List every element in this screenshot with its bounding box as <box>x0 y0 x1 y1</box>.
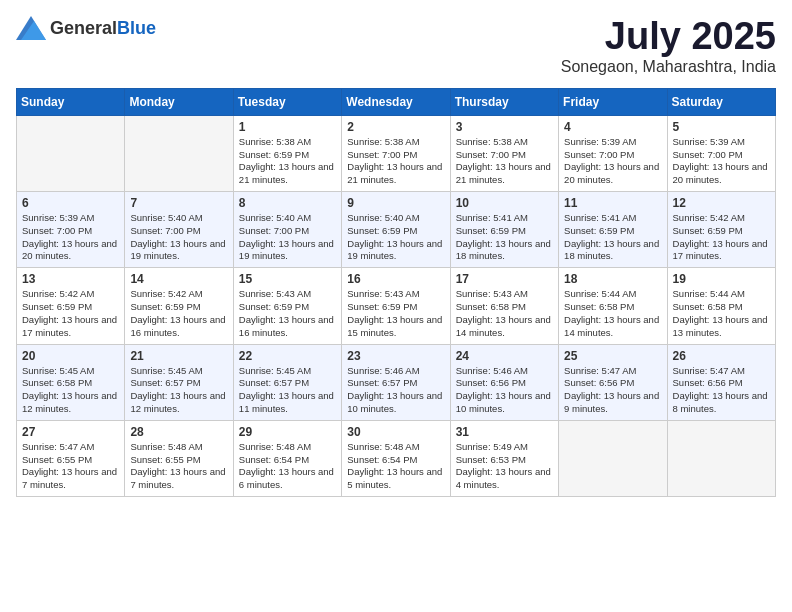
calendar-cell: 11Sunrise: 5:41 AMSunset: 6:59 PMDayligh… <box>559 192 667 268</box>
calendar-cell: 17Sunrise: 5:43 AMSunset: 6:58 PMDayligh… <box>450 268 558 344</box>
page-header: GeneralBlue July 2025 Sonegaon, Maharash… <box>16 16 776 76</box>
month-title: July 2025 <box>561 16 776 58</box>
weekday-header: Wednesday <box>342 88 450 115</box>
calendar-cell: 4Sunrise: 5:39 AMSunset: 7:00 PMDaylight… <box>559 115 667 191</box>
day-number: 13 <box>22 272 119 286</box>
calendar-cell: 12Sunrise: 5:42 AMSunset: 6:59 PMDayligh… <box>667 192 775 268</box>
calendar-cell: 24Sunrise: 5:46 AMSunset: 6:56 PMDayligh… <box>450 344 558 420</box>
calendar-cell: 1Sunrise: 5:38 AMSunset: 6:59 PMDaylight… <box>233 115 341 191</box>
weekday-header: Tuesday <box>233 88 341 115</box>
calendar-cell: 22Sunrise: 5:45 AMSunset: 6:57 PMDayligh… <box>233 344 341 420</box>
calendar-cell: 19Sunrise: 5:44 AMSunset: 6:58 PMDayligh… <box>667 268 775 344</box>
day-number: 27 <box>22 425 119 439</box>
day-number: 21 <box>130 349 227 363</box>
cell-daylight-info: Sunrise: 5:45 AMSunset: 6:57 PMDaylight:… <box>130 365 227 416</box>
cell-daylight-info: Sunrise: 5:40 AMSunset: 7:00 PMDaylight:… <box>130 212 227 263</box>
day-number: 1 <box>239 120 336 134</box>
day-number: 20 <box>22 349 119 363</box>
cell-daylight-info: Sunrise: 5:39 AMSunset: 7:00 PMDaylight:… <box>564 136 661 187</box>
cell-daylight-info: Sunrise: 5:39 AMSunset: 7:00 PMDaylight:… <box>22 212 119 263</box>
day-number: 23 <box>347 349 444 363</box>
day-number: 31 <box>456 425 553 439</box>
day-number: 2 <box>347 120 444 134</box>
cell-daylight-info: Sunrise: 5:43 AMSunset: 6:58 PMDaylight:… <box>456 288 553 339</box>
day-number: 5 <box>673 120 770 134</box>
day-number: 3 <box>456 120 553 134</box>
weekday-header: Friday <box>559 88 667 115</box>
calendar-cell: 15Sunrise: 5:43 AMSunset: 6:59 PMDayligh… <box>233 268 341 344</box>
cell-daylight-info: Sunrise: 5:42 AMSunset: 6:59 PMDaylight:… <box>22 288 119 339</box>
calendar-cell <box>667 420 775 496</box>
day-number: 9 <box>347 196 444 210</box>
day-number: 10 <box>456 196 553 210</box>
day-number: 12 <box>673 196 770 210</box>
calendar-cell <box>17 115 125 191</box>
location-title: Sonegaon, Maharashtra, India <box>561 58 776 76</box>
calendar-cell: 27Sunrise: 5:47 AMSunset: 6:55 PMDayligh… <box>17 420 125 496</box>
day-number: 17 <box>456 272 553 286</box>
calendar-table: SundayMondayTuesdayWednesdayThursdayFrid… <box>16 88 776 497</box>
day-number: 25 <box>564 349 661 363</box>
cell-daylight-info: Sunrise: 5:44 AMSunset: 6:58 PMDaylight:… <box>564 288 661 339</box>
day-number: 4 <box>564 120 661 134</box>
weekday-header: Thursday <box>450 88 558 115</box>
cell-daylight-info: Sunrise: 5:45 AMSunset: 6:58 PMDaylight:… <box>22 365 119 416</box>
day-number: 8 <box>239 196 336 210</box>
cell-daylight-info: Sunrise: 5:39 AMSunset: 7:00 PMDaylight:… <box>673 136 770 187</box>
calendar-cell: 13Sunrise: 5:42 AMSunset: 6:59 PMDayligh… <box>17 268 125 344</box>
day-number: 24 <box>456 349 553 363</box>
title-block: July 2025 Sonegaon, Maharashtra, India <box>561 16 776 76</box>
calendar-cell: 28Sunrise: 5:48 AMSunset: 6:55 PMDayligh… <box>125 420 233 496</box>
weekday-header: Saturday <box>667 88 775 115</box>
logo-blue: Blue <box>117 18 156 38</box>
calendar-header-row: SundayMondayTuesdayWednesdayThursdayFrid… <box>17 88 776 115</box>
day-number: 16 <box>347 272 444 286</box>
cell-daylight-info: Sunrise: 5:46 AMSunset: 6:57 PMDaylight:… <box>347 365 444 416</box>
calendar-cell: 20Sunrise: 5:45 AMSunset: 6:58 PMDayligh… <box>17 344 125 420</box>
cell-daylight-info: Sunrise: 5:45 AMSunset: 6:57 PMDaylight:… <box>239 365 336 416</box>
cell-daylight-info: Sunrise: 5:44 AMSunset: 6:58 PMDaylight:… <box>673 288 770 339</box>
calendar-cell: 8Sunrise: 5:40 AMSunset: 7:00 PMDaylight… <box>233 192 341 268</box>
calendar-cell: 23Sunrise: 5:46 AMSunset: 6:57 PMDayligh… <box>342 344 450 420</box>
calendar-week-row: 6Sunrise: 5:39 AMSunset: 7:00 PMDaylight… <box>17 192 776 268</box>
cell-daylight-info: Sunrise: 5:48 AMSunset: 6:54 PMDaylight:… <box>239 441 336 492</box>
cell-daylight-info: Sunrise: 5:42 AMSunset: 6:59 PMDaylight:… <box>673 212 770 263</box>
cell-daylight-info: Sunrise: 5:43 AMSunset: 6:59 PMDaylight:… <box>239 288 336 339</box>
calendar-cell: 29Sunrise: 5:48 AMSunset: 6:54 PMDayligh… <box>233 420 341 496</box>
cell-daylight-info: Sunrise: 5:47 AMSunset: 6:56 PMDaylight:… <box>673 365 770 416</box>
weekday-header: Monday <box>125 88 233 115</box>
cell-daylight-info: Sunrise: 5:41 AMSunset: 6:59 PMDaylight:… <box>564 212 661 263</box>
logo-general: General <box>50 18 117 38</box>
cell-daylight-info: Sunrise: 5:42 AMSunset: 6:59 PMDaylight:… <box>130 288 227 339</box>
calendar-cell: 2Sunrise: 5:38 AMSunset: 7:00 PMDaylight… <box>342 115 450 191</box>
cell-daylight-info: Sunrise: 5:41 AMSunset: 6:59 PMDaylight:… <box>456 212 553 263</box>
cell-daylight-info: Sunrise: 5:46 AMSunset: 6:56 PMDaylight:… <box>456 365 553 416</box>
calendar-cell: 6Sunrise: 5:39 AMSunset: 7:00 PMDaylight… <box>17 192 125 268</box>
calendar-cell: 30Sunrise: 5:48 AMSunset: 6:54 PMDayligh… <box>342 420 450 496</box>
day-number: 28 <box>130 425 227 439</box>
calendar-week-row: 13Sunrise: 5:42 AMSunset: 6:59 PMDayligh… <box>17 268 776 344</box>
calendar-week-row: 20Sunrise: 5:45 AMSunset: 6:58 PMDayligh… <box>17 344 776 420</box>
calendar-cell: 7Sunrise: 5:40 AMSunset: 7:00 PMDaylight… <box>125 192 233 268</box>
calendar-cell: 14Sunrise: 5:42 AMSunset: 6:59 PMDayligh… <box>125 268 233 344</box>
cell-daylight-info: Sunrise: 5:49 AMSunset: 6:53 PMDaylight:… <box>456 441 553 492</box>
calendar-cell: 16Sunrise: 5:43 AMSunset: 6:59 PMDayligh… <box>342 268 450 344</box>
cell-daylight-info: Sunrise: 5:40 AMSunset: 6:59 PMDaylight:… <box>347 212 444 263</box>
calendar-cell: 26Sunrise: 5:47 AMSunset: 6:56 PMDayligh… <box>667 344 775 420</box>
cell-daylight-info: Sunrise: 5:40 AMSunset: 7:00 PMDaylight:… <box>239 212 336 263</box>
calendar-cell: 21Sunrise: 5:45 AMSunset: 6:57 PMDayligh… <box>125 344 233 420</box>
day-number: 29 <box>239 425 336 439</box>
calendar-cell: 25Sunrise: 5:47 AMSunset: 6:56 PMDayligh… <box>559 344 667 420</box>
cell-daylight-info: Sunrise: 5:43 AMSunset: 6:59 PMDaylight:… <box>347 288 444 339</box>
cell-daylight-info: Sunrise: 5:38 AMSunset: 6:59 PMDaylight:… <box>239 136 336 187</box>
cell-daylight-info: Sunrise: 5:47 AMSunset: 6:56 PMDaylight:… <box>564 365 661 416</box>
calendar-cell: 5Sunrise: 5:39 AMSunset: 7:00 PMDaylight… <box>667 115 775 191</box>
calendar-cell <box>559 420 667 496</box>
day-number: 22 <box>239 349 336 363</box>
cell-daylight-info: Sunrise: 5:38 AMSunset: 7:00 PMDaylight:… <box>347 136 444 187</box>
weekday-header: Sunday <box>17 88 125 115</box>
day-number: 14 <box>130 272 227 286</box>
calendar-week-row: 1Sunrise: 5:38 AMSunset: 6:59 PMDaylight… <box>17 115 776 191</box>
calendar-cell: 3Sunrise: 5:38 AMSunset: 7:00 PMDaylight… <box>450 115 558 191</box>
day-number: 7 <box>130 196 227 210</box>
